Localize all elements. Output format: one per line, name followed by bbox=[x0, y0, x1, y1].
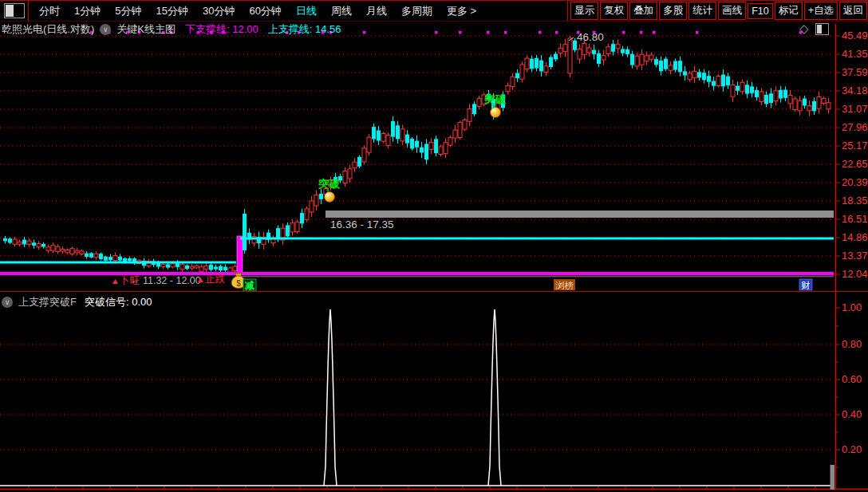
candle-up bbox=[558, 48, 562, 53]
candle-down bbox=[769, 93, 773, 103]
candle-down bbox=[156, 263, 160, 266]
toolbar-period[interactable]: 多周期 bbox=[394, 4, 440, 18]
breakout-label: 突破 bbox=[318, 178, 341, 190]
candle-down bbox=[223, 267, 227, 271]
y-axis-label: 41.35 bbox=[842, 48, 868, 60]
toolbar-button[interactable]: 复权 bbox=[600, 2, 628, 20]
y-axis-label: 45.49 bbox=[842, 30, 868, 41]
support-band-label: ← 11.32 - 12.00 bbox=[130, 275, 201, 286]
toolbar-button[interactable]: 返回 bbox=[839, 2, 867, 20]
candle-down bbox=[104, 257, 108, 261]
magenta-dot bbox=[696, 31, 699, 34]
candle-up bbox=[439, 147, 443, 155]
diamond-icon[interactable]: ◇ bbox=[799, 22, 809, 36]
candle-up bbox=[602, 56, 606, 60]
candle-up bbox=[367, 137, 371, 152]
right-axis: 45.4941.3537.5934.1831.0727.9625.1722.65… bbox=[835, 30, 868, 280]
candle-down bbox=[391, 121, 395, 137]
candle-down bbox=[219, 266, 223, 271]
candle-up bbox=[290, 223, 294, 232]
corner-tag-green[interactable]: 减 bbox=[243, 279, 256, 291]
y-axis-label: 0.20 bbox=[842, 443, 862, 455]
toolbar-period[interactable]: 更多 > bbox=[440, 4, 483, 18]
candle-up bbox=[362, 148, 366, 162]
toolbar-button[interactable]: 显示 bbox=[570, 2, 598, 20]
chevron-down-icon[interactable]: ∨ bbox=[2, 297, 13, 308]
toolbar-period[interactable]: 日线 bbox=[289, 4, 324, 18]
chevron-down-icon[interactable]: ∨ bbox=[100, 24, 111, 35]
candle-up bbox=[525, 58, 529, 69]
candle-down bbox=[726, 77, 730, 86]
sub-gridlines: 1.000.800.600.400.20 bbox=[0, 301, 862, 467]
candle-up bbox=[305, 209, 309, 220]
candle-up bbox=[161, 265, 165, 267]
toolbar-period[interactable]: 30分钟 bbox=[195, 4, 242, 18]
candle-down bbox=[185, 266, 189, 269]
tag-label: 减 bbox=[244, 280, 254, 291]
toolbar-period[interactable]: 15分钟 bbox=[148, 4, 195, 18]
high-price-label: 46.80 bbox=[577, 31, 604, 43]
layout-icon[interactable] bbox=[4, 3, 25, 18]
chart-canvas: 45.4941.3537.5934.1831.0727.9625.1722.65… bbox=[0, 0, 868, 492]
toolbar-button[interactable]: 标记 bbox=[775, 2, 803, 20]
candle-down bbox=[472, 104, 476, 114]
candle-down bbox=[812, 101, 816, 111]
split-pane-icon[interactable] bbox=[815, 23, 829, 35]
candle-up bbox=[199, 267, 203, 272]
candle-down bbox=[745, 85, 749, 93]
candle-up bbox=[520, 65, 524, 79]
candle-down bbox=[654, 59, 658, 65]
breakout-label: 突破 bbox=[483, 93, 507, 105]
signal-spike bbox=[488, 309, 501, 486]
scrollbar-thumb[interactable] bbox=[831, 465, 835, 490]
up-triangle-marker bbox=[112, 279, 118, 284]
candle-up bbox=[61, 249, 65, 250]
y-axis-label: 27.96 bbox=[842, 121, 868, 133]
toolbar-button[interactable]: F10 bbox=[748, 3, 773, 19]
candle-up bbox=[692, 71, 696, 77]
corner-tag-brown[interactable]: 浏榜 bbox=[554, 279, 575, 290]
toolbar-period[interactable]: 分时 bbox=[32, 4, 67, 18]
top-toolbar: 分时1分钟5分钟15分钟30分钟60分钟日线周线月线多周期更多 > 显示复权叠加… bbox=[0, 0, 868, 22]
candle-up bbox=[458, 123, 462, 138]
candle-down bbox=[683, 71, 687, 75]
candle-down bbox=[286, 225, 290, 236]
toolbar-period[interactable]: 月线 bbox=[359, 4, 394, 18]
candle-up bbox=[195, 266, 199, 268]
toolbar-button[interactable]: 多股 bbox=[659, 2, 687, 20]
candle-up bbox=[587, 48, 591, 53]
toolbar-period[interactable]: 60分钟 bbox=[242, 4, 288, 18]
toolbar-button[interactable]: 叠加 bbox=[629, 2, 657, 20]
candle-down bbox=[678, 61, 682, 72]
bag-tie bbox=[236, 274, 242, 277]
candle-up bbox=[506, 85, 510, 91]
candle-up bbox=[649, 55, 653, 59]
candle-up bbox=[635, 56, 639, 66]
candle-up bbox=[788, 96, 792, 104]
y-axis-label: 1.00 bbox=[842, 301, 862, 313]
toolbar-button[interactable]: 统计 bbox=[688, 2, 716, 20]
candle-up bbox=[760, 92, 763, 101]
magenta-dot bbox=[555, 31, 558, 34]
corner-tag-blue[interactable]: 财 bbox=[799, 279, 812, 290]
candle-down bbox=[118, 257, 122, 261]
toolbar-period[interactable]: 5分钟 bbox=[108, 4, 148, 18]
candle-up bbox=[807, 106, 811, 111]
toolbar-period[interactable]: 周线 bbox=[324, 4, 359, 18]
toolbar-button[interactable]: 画线 bbox=[718, 2, 746, 20]
candle-down bbox=[539, 61, 543, 72]
toolbar-period[interactable]: 1分钟 bbox=[67, 4, 108, 18]
candle-down bbox=[755, 90, 759, 97]
candle-up bbox=[18, 242, 22, 244]
ball bbox=[325, 192, 335, 203]
toolbar-button[interactable]: +自选 bbox=[804, 2, 838, 20]
candle-up bbox=[716, 76, 720, 85]
candle-down bbox=[664, 59, 668, 69]
candle-down bbox=[108, 257, 112, 260]
candle-up bbox=[817, 96, 821, 108]
candle-up bbox=[353, 162, 357, 168]
candle-up bbox=[46, 247, 50, 250]
candle-down bbox=[377, 130, 381, 140]
y-axis-label: 12.04 bbox=[842, 268, 868, 280]
candle-up bbox=[400, 129, 404, 141]
